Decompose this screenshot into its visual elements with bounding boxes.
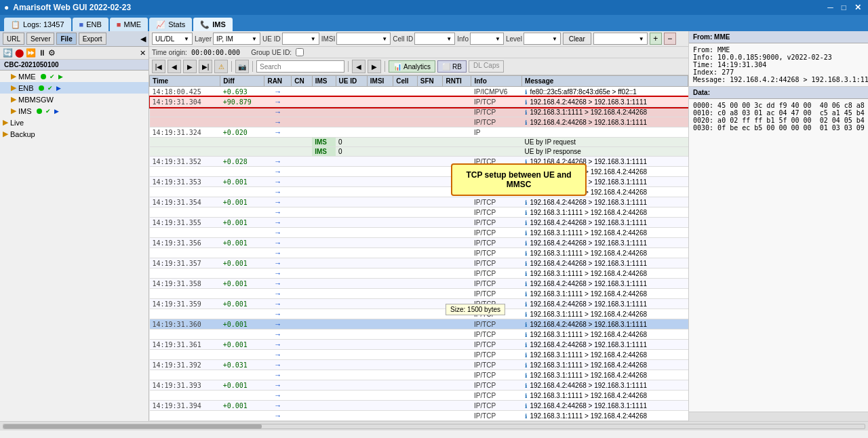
camera-btn[interactable]: 📷 bbox=[235, 60, 249, 73]
table-row[interactable]: → IP/TCP ℹ 192.168.3.1:1111 > 192.168.4.… bbox=[150, 107, 688, 117]
table-row[interactable]: 14:19:31.394 +0.001 → IP/TCP ℹ 192.168.4… bbox=[150, 401, 688, 411]
col-cell[interactable]: Cell bbox=[393, 76, 418, 87]
sidebar-item-backup[interactable]: ▶ Backup bbox=[0, 128, 149, 140]
extra-dropdown[interactable] bbox=[593, 33, 648, 45]
clear-btn[interactable]: Clear bbox=[563, 33, 591, 45]
level-dropdown[interactable] bbox=[524, 33, 561, 45]
export-btn[interactable]: Export bbox=[79, 33, 106, 45]
table-row[interactable]: 14:19:31.356 +0.001 → IP/TCP ℹ 192.168.4… bbox=[150, 238, 688, 248]
table-row[interactable]: 14:19:31.393 +0.001 → IP/TCP ℹ 192.168.4… bbox=[150, 380, 688, 391]
table-row[interactable]: → IP/TCP ℹ 192.168.3.1:1111 > 192.168.4.… bbox=[150, 187, 688, 197]
filter-prev-btn[interactable]: ◀ bbox=[352, 60, 366, 73]
table-row[interactable]: 14:19:31.352 +0.028 → IP/TCP ℹ 192.168.4… bbox=[150, 157, 688, 167]
col-imsi[interactable]: IMSI bbox=[367, 76, 393, 87]
table-row[interactable]: → IP/TCP ℹ 192.168.3.1:1111 > 192.168.4.… bbox=[150, 330, 688, 340]
table-row[interactable]: 14:19:31.392 +0.031 → IP/TCP ℹ 192.168.3… bbox=[150, 360, 688, 370]
tab-logs[interactable]: 📋 Logs: 13457 bbox=[4, 18, 71, 31]
table-row[interactable]: → IP/TCP ℹ 192.168.3.1:1111 > 192.168.4.… bbox=[150, 207, 688, 218]
minimize-btn[interactable]: ─ bbox=[825, 3, 836, 12]
sidebar-item-enb[interactable]: ▶ ENB ✔ ▶ bbox=[0, 82, 149, 94]
table-row[interactable]: 14:19:31.324 +0.020 → IP bbox=[150, 127, 688, 138]
remove-filter-btn[interactable]: − bbox=[664, 33, 676, 45]
rb-btn[interactable]: ⬜ RB bbox=[437, 60, 467, 73]
file-btn[interactable]: File bbox=[56, 33, 76, 45]
add-filter-btn[interactable]: + bbox=[650, 33, 662, 45]
col-info[interactable]: Info bbox=[471, 76, 522, 87]
sidebar-item-mbmsgw[interactable]: ▶ MBMSGW bbox=[0, 94, 149, 105]
col-ue-id[interactable]: UE ID bbox=[336, 76, 367, 87]
table-row[interactable]: → IP/TCP ℹ 192.168.3.1:1111 > 192.168.4.… bbox=[150, 228, 688, 238]
tab-stats[interactable]: 📈 Stats bbox=[149, 18, 192, 31]
go-forward-btn[interactable]: ▶ bbox=[183, 60, 197, 73]
server-btn[interactable]: Server bbox=[26, 33, 54, 45]
table-row[interactable]: → IP/TCP ℹ 192.168.3.1:1111 > 192.168.4.… bbox=[150, 350, 688, 360]
maximize-btn[interactable]: □ bbox=[839, 3, 849, 12]
sidebar-item-live[interactable]: ▶ Live bbox=[0, 117, 149, 128]
go-start-btn[interactable]: |◀ bbox=[152, 60, 165, 73]
packet-table-container[interactable]: TCP setup between UE and MMSC Size: 1500… bbox=[149, 75, 688, 421]
go-end-btn[interactable]: ▶| bbox=[199, 60, 212, 73]
col-rnti[interactable]: RNTI bbox=[443, 76, 471, 87]
table-row[interactable]: 14:18:00.425 +0.693 → IP/ICMPV6 ℹ fe80::… bbox=[150, 87, 688, 97]
cell-id-dropdown[interactable] bbox=[414, 33, 455, 45]
col-sfn[interactable]: SFN bbox=[417, 76, 443, 87]
table-row[interactable]: 14:19:31.358 +0.001 → IP/TCP ℹ 192.168.4… bbox=[150, 279, 688, 289]
refresh-icon[interactable]: 🔄 bbox=[3, 48, 13, 58]
table-row[interactable]: → IP/TCP ℹ 192.168.3.1:1111 > 192.168.4.… bbox=[150, 391, 688, 401]
table-row[interactable]: → IP/TCP ℹ 192.168.3.1:1111 > 192.168.4.… bbox=[150, 411, 688, 421]
imsi-dropdown[interactable] bbox=[336, 33, 391, 45]
table-row[interactable]: → IP/TCP ℹ 192.168.3.1:1111 > 192.168.4.… bbox=[150, 309, 688, 319]
table-row[interactable]: → IP/TCP ℹ 192.168.4.2:44268 > 192.168.3… bbox=[150, 117, 688, 127]
table-row[interactable]: 14:19:31.357 +0.001 → IP/TCP ℹ 192.168.4… bbox=[150, 258, 688, 268]
ims-play-btn[interactable]: ▶ bbox=[54, 108, 59, 115]
analytics-btn[interactable]: 📊 Analytics bbox=[389, 60, 435, 73]
url-btn[interactable]: URL bbox=[3, 33, 24, 45]
table-row[interactable]: IMS 0 UE by IP request bbox=[150, 138, 688, 147]
enb-play-btn[interactable]: ▶ bbox=[56, 85, 61, 92]
table-row[interactable]: 14:19:31.360 +0.001 → IP/TCP ℹ 192.168.4… bbox=[150, 319, 688, 330]
skip-icon[interactable]: ⏩ bbox=[26, 48, 36, 58]
stop-icon[interactable]: ⬤ bbox=[15, 48, 24, 58]
sidebar-item-ims[interactable]: ▶ IMS ✔ ▶ bbox=[0, 105, 149, 117]
dl-caps-btn[interactable]: DL Caps bbox=[469, 60, 505, 73]
tab-ims[interactable]: 📞 IMS bbox=[193, 18, 233, 31]
mme-play-btn[interactable]: ▶ bbox=[58, 73, 63, 80]
col-message[interactable]: Message bbox=[522, 76, 688, 87]
table-row[interactable]: 14:19:31.355 +0.001 → IP/TCP ℹ 192.168.4… bbox=[150, 218, 688, 228]
info-dropdown[interactable] bbox=[470, 33, 504, 45]
table-row[interactable]: 14:19:31.354 +0.001 → IP/TCP ℹ 192.168.4… bbox=[150, 197, 688, 207]
col-diff[interactable]: Diff bbox=[220, 76, 264, 87]
ue-id-dropdown[interactable] bbox=[282, 33, 319, 45]
table-row[interactable]: → IP/TCP ℹ 192.168.3.1:1111 > 192.168.4.… bbox=[150, 289, 688, 299]
table-row[interactable]: → IP/TCP ℹ 192.168.3.1:1111 > 192.168.4.… bbox=[150, 167, 688, 177]
close-btn[interactable]: ✕ bbox=[852, 3, 864, 12]
close-sidebar-icon[interactable]: ✕ bbox=[140, 49, 146, 58]
horizontal-scrollbar[interactable] bbox=[3, 424, 865, 429]
table-row[interactable]: 14:19:31.353 +0.001 → IP/TCP ℹ 192.168.4… bbox=[150, 177, 688, 187]
table-row[interactable]: → IP/TCP ℹ 192.168.3.1:1111 > 192.168.4.… bbox=[150, 370, 688, 380]
table-row[interactable]: → IP/TCP ℹ 192.168.3.1:1111 > 192.168.4.… bbox=[150, 248, 688, 258]
tab-mme[interactable]: ■ MME bbox=[110, 18, 148, 31]
warning-btn[interactable]: ⚠ bbox=[214, 60, 228, 73]
table-row[interactable]: 14:19:31.359 +0.001 → IP/TCP ℹ 192.168.4… bbox=[150, 299, 688, 309]
col-cn[interactable]: CN bbox=[292, 76, 312, 87]
table-row[interactable]: 14:19:31.304 +90.879 → IP/TCP ℹ 192.168.… bbox=[150, 97, 688, 107]
col-ims[interactable]: IMS bbox=[312, 76, 336, 87]
play-icon[interactable]: ⏸ bbox=[38, 48, 46, 58]
mode-dropdown[interactable]: UL/DL bbox=[152, 33, 193, 45]
col-ran[interactable]: RAN bbox=[264, 76, 292, 87]
group-ue-checkbox[interactable] bbox=[296, 48, 304, 56]
table-row[interactable]: 14:19:31.361 +0.001 → IP/TCP ℹ 192.168.4… bbox=[150, 340, 688, 350]
right-scrollbar[interactable] bbox=[689, 412, 868, 421]
settings-icon[interactable]: ⚙ bbox=[48, 48, 56, 58]
tab-enb[interactable]: ■ ENB bbox=[73, 18, 108, 31]
table-row[interactable]: → IP/TCP ℹ 192.168.3.1:1111 > 192.168.4.… bbox=[150, 268, 688, 279]
filter-next-btn[interactable]: ▶ bbox=[368, 60, 381, 73]
table-row[interactable]: IMS 0 UE by IP response bbox=[150, 147, 688, 157]
sidebar-item-mme[interactable]: ▶ MME ✔ ▶ bbox=[0, 71, 149, 82]
sidebar-toggle-icon[interactable]: ◀ bbox=[140, 35, 146, 43]
layer-dropdown[interactable]: IP, IM bbox=[213, 33, 260, 45]
search-input[interactable] bbox=[256, 60, 344, 73]
go-back-btn[interactable]: ◀ bbox=[167, 60, 181, 73]
col-time[interactable]: Time bbox=[150, 76, 220, 87]
